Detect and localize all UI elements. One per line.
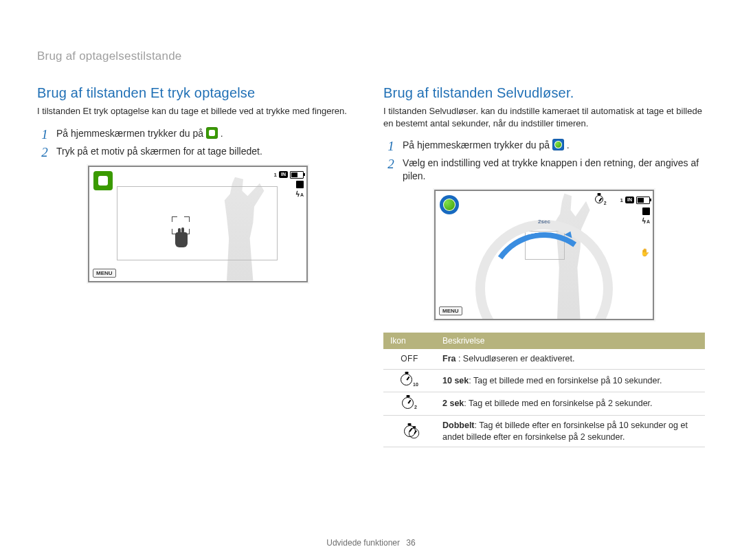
step: 2 Tryk på et motiv på skærmen for at tag… — [37, 145, 359, 159]
timer-double-icon — [404, 425, 416, 437]
menu-button: MENU — [93, 269, 116, 278]
mode-badge-icon — [440, 195, 459, 214]
anti-shake-icon: ✋ — [640, 248, 650, 257]
step-number: 1 — [383, 139, 398, 153]
desc-cell: 10 sek: Tag et billede med en forsinkels… — [436, 369, 705, 392]
icon-cell — [383, 415, 436, 447]
icon-cell: 10 — [383, 369, 436, 392]
left-heading: Brug af tilstanden Et tryk optagelse — [37, 85, 359, 101]
step-text: Vælg en indstilling ved at trykke knappe… — [403, 157, 705, 183]
camera-screen-illustration: 1 IN ϟA MENU — [88, 166, 308, 282]
step: 1 På hjemmeskærmen trykker du på . — [383, 139, 705, 153]
touch-hand-icon — [175, 232, 188, 247]
shots-remaining: 1 — [620, 197, 623, 203]
page-footer: Udvidede funktioner 36 — [0, 538, 742, 548]
step-text: På hjemmeskærmen trykker du på . — [403, 139, 705, 153]
mode-badge-icon — [93, 171, 113, 190]
table-row: OFF Fra : Selvudløseren er deaktiveret. — [383, 349, 705, 369]
step: 1 På hjemmeskærmen trykker du på . — [37, 127, 359, 141]
icon-cell: 2 — [383, 392, 436, 415]
step: 2 Vælg en indstilling ved at trykke knap… — [383, 157, 705, 183]
timer-2-icon — [402, 397, 414, 409]
storage-indicator: IN — [279, 171, 288, 178]
resolution-icon — [642, 208, 650, 215]
one-touch-shot-icon — [206, 127, 218, 139]
breadcrumb: Brug af optagelsestilstande — [37, 49, 705, 63]
resolution-icon — [296, 181, 304, 188]
desc-cell: Dobbelt: Tag ét billede efter en forsink… — [436, 415, 705, 447]
step-number: 2 — [383, 157, 398, 183]
flash-auto-icon: ϟA — [295, 190, 304, 198]
desc-cell: 2 sek: Tag et billede med en forsinkelse… — [436, 392, 705, 415]
flash-auto-icon: ϟA — [642, 217, 650, 225]
table-header-row: Ikon Beskrivelse — [383, 333, 705, 349]
focus-brackets — [172, 216, 190, 234]
table-row: Dobbelt: Tag ét billede efter en forsink… — [383, 415, 705, 447]
step-number: 1 — [37, 127, 52, 141]
self-timer-icon — [552, 139, 564, 150]
page-number: 36 — [406, 538, 415, 548]
camera-screen-illustration: 2 1 IN ϟA ✋ MENU — [434, 190, 654, 320]
desc-cell: Fra : Selvudløseren er deaktiveret. — [436, 349, 705, 369]
table-header-desc: Beskrivelse — [436, 333, 705, 349]
self-timer-options-table: Ikon Beskrivelse OFF Fra : Selvudløseren… — [383, 333, 705, 448]
battery-icon — [636, 197, 650, 204]
step-text: Tryk på et motiv på skærmen for at tage … — [56, 145, 359, 159]
two-column-layout: Brug af tilstanden Et tryk optagelse I t… — [37, 85, 705, 447]
table-row: 2 2 sek: Tag et billede med en forsinkel… — [383, 392, 705, 415]
left-column: Brug af tilstanden Et tryk optagelse I t… — [37, 85, 359, 447]
storage-indicator: IN — [625, 197, 634, 203]
focus-frame — [117, 186, 278, 260]
dial-selected-label: 2sec — [538, 219, 550, 225]
right-column: Brug af tilstanden Selvudløser. I tilsta… — [383, 85, 705, 447]
timer-2s-indicator-icon: 2 — [595, 195, 607, 205]
left-steps: 1 På hjemmeskærmen trykker du på . 2 Try… — [37, 127, 359, 159]
timer-10-icon — [401, 374, 412, 385]
right-intro: I tilstanden Selvudløser. kan du indstil… — [383, 105, 705, 129]
footer-section: Udvidede funktioner — [326, 538, 400, 548]
step-number: 2 — [37, 145, 52, 159]
icon-cell: OFF — [383, 349, 436, 369]
left-intro: I tilstanden Et tryk optagelse kan du ta… — [37, 105, 359, 117]
table-row: 10 10 sek: Tag et billede med en forsink… — [383, 369, 705, 392]
table-header-icon: Ikon — [383, 333, 436, 349]
step-text: På hjemmeskærmen trykker du på . — [56, 127, 359, 141]
timer-dial: 2sec — [475, 220, 613, 320]
battery-icon — [290, 171, 304, 179]
menu-button: MENU — [439, 306, 462, 315]
status-icons: 1 IN ϟA — [274, 171, 304, 198]
right-heading: Brug af tilstanden Selvudløser. — [383, 85, 705, 101]
right-steps: 1 På hjemmeskærmen trykker du på . 2 Væl… — [383, 139, 705, 183]
shots-remaining: 1 — [274, 172, 277, 178]
status-icons: 2 1 IN ϟA ✋ — [595, 195, 650, 257]
